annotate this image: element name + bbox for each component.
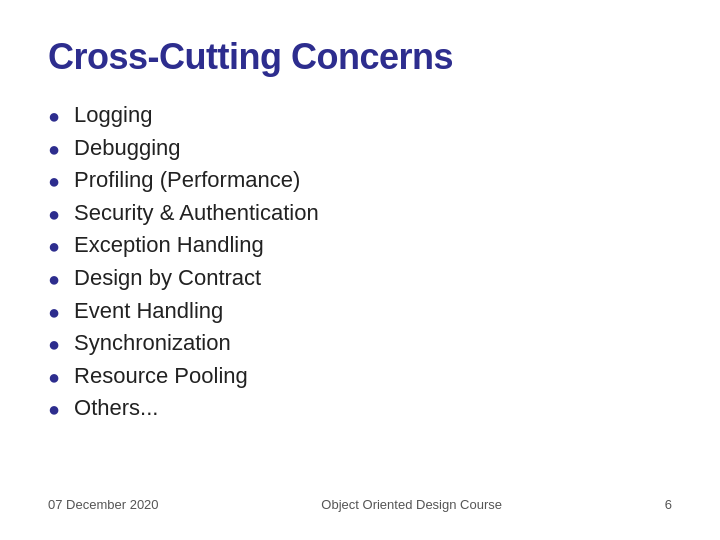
footer-page: 6 [665,497,672,512]
bullet-text: Others... [74,393,158,423]
bullet-dot-icon: ● [48,201,60,229]
bullet-text: Synchronization [74,328,231,358]
list-item: ●Resource Pooling [48,361,672,392]
list-item: ●Event Handling [48,296,672,327]
list-item: ●Security & Authentication [48,198,672,229]
bullet-text: Resource Pooling [74,361,248,391]
footer-course: Object Oriented Design Course [321,497,502,512]
slide-title: Cross-Cutting Concerns [48,36,672,78]
bullet-text: Security & Authentication [74,198,319,228]
slide-footer: 07 December 2020 Object Oriented Design … [48,491,672,512]
footer-date: 07 December 2020 [48,497,159,512]
bullet-text: Logging [74,100,152,130]
slide: Cross-Cutting Concerns ●Logging●Debuggin… [0,0,720,540]
bullet-dot-icon: ● [48,103,60,131]
list-item: ●Design by Contract [48,263,672,294]
bullet-text: Design by Contract [74,263,261,293]
bullet-dot-icon: ● [48,364,60,392]
bullet-dot-icon: ● [48,233,60,261]
list-item: ●Profiling (Performance) [48,165,672,196]
bullet-text: Event Handling [74,296,223,326]
bullet-text: Debugging [74,133,180,163]
bullet-dot-icon: ● [48,299,60,327]
list-item: ●Debugging [48,133,672,164]
bullet-dot-icon: ● [48,331,60,359]
bullet-text: Profiling (Performance) [74,165,300,195]
list-item: ●Synchronization [48,328,672,359]
bullet-list: ●Logging●Debugging●Profiling (Performanc… [48,100,672,426]
list-item: ●Exception Handling [48,230,672,261]
bullet-dot-icon: ● [48,266,60,294]
slide-content: ●Logging●Debugging●Profiling (Performanc… [48,100,672,473]
bullet-dot-icon: ● [48,396,60,424]
bullet-text: Exception Handling [74,230,264,260]
list-item: ●Logging [48,100,672,131]
bullet-dot-icon: ● [48,136,60,164]
bullet-dot-icon: ● [48,168,60,196]
list-item: ●Others... [48,393,672,424]
